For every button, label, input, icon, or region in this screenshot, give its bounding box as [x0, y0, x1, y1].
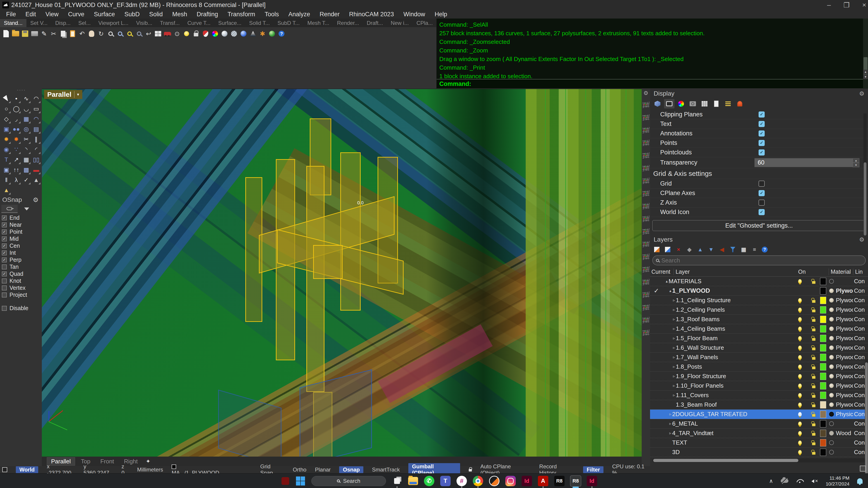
tool-circle[interactable]	[1, 104, 11, 114]
display-tab-color-settings[interactable]	[676, 99, 686, 108]
command-scrollbar[interactable]: ▲ ▼	[863, 19, 868, 89]
checkbox-annotations[interactable]: ✓	[758, 130, 765, 136]
cplane-preset-icon[interactable]	[643, 190, 649, 196]
tool-solid-tools[interactable]	[1, 165, 11, 175]
layer-linetype[interactable]: Con	[854, 316, 865, 323]
layer-linetype[interactable]: Con	[854, 420, 865, 427]
expand-icon[interactable]: ▴	[663, 279, 668, 284]
material-dot[interactable]	[829, 412, 834, 417]
scroll-down-icon[interactable]: ▼	[863, 74, 868, 79]
toolbar-tab-solid-t[interactable]: Solid T...	[245, 19, 274, 27]
cplane-preset-icon[interactable]	[643, 254, 649, 260]
layer-row-4-tar-vindt-t[interactable]: ▹4_TAR_VindtætWood FCon	[650, 428, 868, 438]
layer-color-swatch[interactable]	[820, 401, 826, 409]
zoom-dynamic-icon[interactable]	[106, 29, 115, 38]
layer-row-1-8-posts[interactable]: ▹1.8_PostsPlywooCon	[650, 362, 868, 371]
cplane-preset-icon[interactable]	[643, 127, 649, 133]
toolbar-tab-subd-t[interactable]: SubD T...	[274, 19, 303, 27]
layer-color-swatch[interactable]	[820, 411, 826, 418]
tool-array[interactable]	[21, 155, 31, 165]
layer-material[interactable]: Plywoo	[836, 325, 853, 332]
taskbar-indesign-icon[interactable]: Id	[522, 476, 532, 486]
layer-linetype[interactable]: Con	[854, 344, 865, 351]
tool-ellipse[interactable]	[11, 104, 21, 114]
menu-view[interactable]: View	[41, 11, 63, 18]
checkbox-quad[interactable]: ✓	[2, 271, 7, 276]
scrollbar-thumb[interactable]	[653, 459, 798, 462]
toolbar-tab-mesh-t[interactable]: Mesh T...	[304, 19, 333, 27]
cplane-preset-icon[interactable]	[643, 165, 649, 171]
material-dot[interactable]	[829, 317, 834, 322]
red-car-icon[interactable]	[163, 29, 172, 38]
layers-new-sublayer-icon[interactable]	[664, 246, 671, 253]
toolbar-tab-cpla[interactable]: CPla...	[413, 19, 437, 27]
material-dot[interactable]	[829, 346, 834, 350]
expand-icon[interactable]: ▹	[666, 421, 671, 426]
tool-select-arrow[interactable]	[1, 94, 11, 104]
color-wheel-icon[interactable]	[211, 29, 219, 38]
viewport-title-dropdown[interactable]: Parallel ▾	[44, 90, 82, 99]
layer-material[interactable]: Wood F	[836, 430, 853, 437]
status-cplane-world[interactable]: World	[16, 466, 38, 473]
tool-walk-man[interactable]	[11, 175, 21, 185]
layer-lock[interactable]	[812, 298, 815, 303]
menu-curve[interactable]: Curve	[63, 11, 89, 18]
new-file-icon[interactable]	[2, 29, 10, 38]
render-globe-icon[interactable]	[268, 29, 276, 38]
toolbar-tab-draft[interactable]: Draft...	[363, 19, 387, 27]
layer-lock[interactable]	[812, 450, 815, 455]
material-dot[interactable]	[829, 364, 834, 369]
layer-row-1-7-wall-panels[interactable]: ▹1.7_Wall PanelsPlywooCon	[650, 353, 868, 362]
layer-lock[interactable]	[812, 374, 815, 379]
layer-color-swatch[interactable]	[820, 287, 826, 295]
toolbar-tab-stand[interactable]: Stand...	[0, 19, 27, 27]
tool-conic[interactable]	[21, 104, 31, 114]
tool-patch-surface[interactable]	[21, 114, 31, 124]
cplane-preset-icon[interactable]	[643, 330, 649, 336]
display-tab-panel-properties[interactable]	[652, 99, 663, 108]
menu-drafting[interactable]: Drafting	[192, 11, 223, 18]
layer-row-1-11-covers[interactable]: ▹1.11_CoversPlywooCon	[650, 391, 868, 400]
layer-lock[interactable]	[812, 317, 815, 322]
tool-polygon[interactable]	[1, 114, 11, 124]
transparency-input[interactable]: 60	[754, 158, 852, 167]
search-input[interactable]	[661, 257, 862, 264]
restore-button[interactable]: ❐	[844, 1, 850, 9]
tool-move[interactable]	[11, 155, 21, 165]
taskbar-rhino-icon[interactable]: R8	[554, 476, 565, 486]
checkbox-knot[interactable]	[2, 279, 7, 284]
layer-linetype[interactable]: Con	[854, 354, 865, 361]
layers-match-layer-icon[interactable]: ◆	[686, 246, 693, 253]
display-tab-page-settings[interactable]	[711, 99, 721, 108]
display-tab-grid-settings[interactable]	[699, 99, 710, 108]
layer-linetype[interactable]: Con	[854, 297, 865, 304]
rotate-view-icon[interactable]	[97, 29, 105, 38]
cut-icon[interactable]	[49, 29, 58, 38]
menu-rhinocam-2023[interactable]: RhinoCAM 2023	[344, 11, 399, 18]
layer-color-swatch[interactable]	[820, 373, 826, 380]
disable-checkbox[interactable]	[2, 306, 7, 311]
column-on[interactable]: On	[798, 268, 806, 275]
cplane-preset-icon[interactable]	[643, 140, 649, 146]
layer-linetype[interactable]: Con	[854, 411, 865, 418]
layer-color-swatch[interactable]	[820, 316, 826, 323]
layer-color-swatch[interactable]	[820, 439, 826, 447]
layer-linetype[interactable]: Con	[854, 306, 865, 313]
layer-color-swatch[interactable]	[820, 278, 826, 285]
filter-tab[interactable]	[19, 205, 35, 213]
layer-row-3d[interactable]: 3DCon	[650, 448, 868, 457]
layer-linetype[interactable]: Con	[854, 382, 865, 389]
layers-gear-icon[interactable]: ⚙	[859, 236, 864, 243]
osnap-row-project[interactable]: Project	[0, 291, 41, 298]
layer-color-swatch[interactable]	[820, 306, 826, 314]
taskbar-chrome-icon[interactable]	[473, 476, 483, 486]
cplane-preset-icon[interactable]	[643, 115, 649, 121]
transparency-stepper[interactable]: ▲▼	[852, 158, 860, 167]
material-dot[interactable]	[829, 298, 834, 303]
panel-dock-icon[interactable]	[860, 466, 866, 471]
cplane-preset-icon[interactable]	[643, 228, 649, 234]
lock-icon[interactable]	[192, 29, 200, 38]
layer-material[interactable]: Plywoo	[836, 392, 853, 399]
osnap-tab[interactable]	[1, 205, 18, 213]
material-dot[interactable]	[829, 440, 834, 445]
